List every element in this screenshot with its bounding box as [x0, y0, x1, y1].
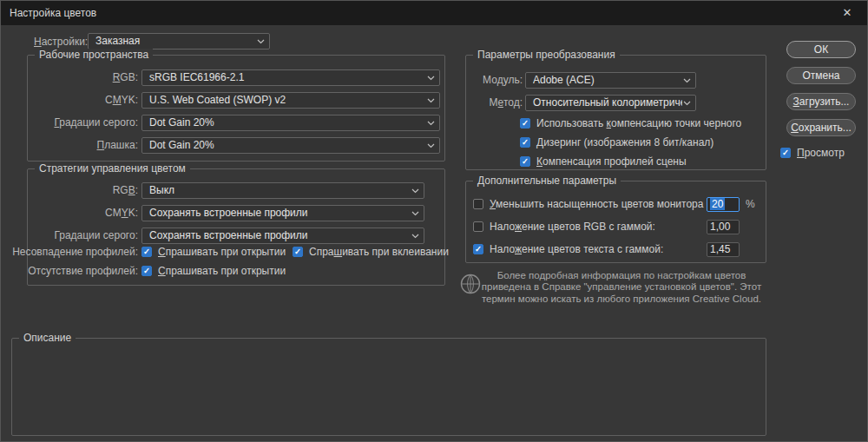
spot-working-space-select[interactable]: Dot Gain 20%: [141, 137, 440, 154]
profile-mismatch-ask-open-checkbox[interactable]: [141, 247, 152, 257]
scene-profiles-checkbox[interactable]: [520, 156, 530, 167]
engine-select[interactable]: Adobe (ACE): [525, 72, 696, 89]
ok-button[interactable]: ОК: [786, 41, 856, 58]
blend-rgb-gamma-checkbox[interactable]: [473, 221, 483, 232]
advanced-group: Дополнительные параметры Уменьшить насыщ…: [465, 181, 766, 263]
chevron-down-icon: [411, 188, 419, 194]
gray-policy-select[interactable]: Сохранять встроенные профили: [141, 228, 424, 244]
desaturate-monitor-value: 20: [710, 198, 725, 210]
description-group: Описание: [11, 338, 766, 436]
cmyk-policy-value: Сохранять встроенные профили: [149, 206, 411, 221]
missing-profile-ask-open-checkbox[interactable]: [141, 266, 152, 276]
chevron-down-icon: [257, 39, 265, 44]
gray-working-space-select[interactable]: Dot Gain 20%: [141, 115, 440, 131]
conversion-group: Параметры преобразования Модуль: Adobe (…: [465, 55, 766, 170]
preview-checkbox[interactable]: [780, 148, 791, 158]
working-spaces-group: Рабочие пространства RGB: sRGB IEC61966-…: [27, 55, 445, 162]
settings-preset-value: Заказная: [95, 34, 256, 49]
rgb-working-space-select[interactable]: sRGB IEC61966-2.1: [141, 69, 440, 86]
intent-value: Относительный колориметрический: [533, 96, 682, 110]
cmyk-working-space-value: U.S. Web Coated (SWOP) v2: [149, 93, 426, 108]
blend-text-gamma-label: Наложение цветов текста с гаммой:: [490, 243, 663, 255]
policies-title: Стратегии управления цветом: [35, 162, 190, 175]
cmyk-policy-label: CMYK:: [105, 205, 138, 221]
blend-rgb-gamma-value: 1,00: [710, 221, 730, 233]
dither-row: Дизеринг (изображения 8 бит/канал): [520, 136, 713, 148]
color-settings-dialog: Настройка цветов ✕ Настройки: Заказная Р…: [0, 0, 868, 442]
profile-mismatch-ask-open-label: Спрашивать при открытии: [158, 246, 286, 258]
engine-label: Модуль:: [483, 72, 523, 89]
chevron-down-icon: [411, 234, 419, 239]
chevron-down-icon: [427, 143, 435, 148]
policies-group: Стратегии управления цветом RGB: Выкл CM…: [27, 168, 445, 286]
black-point-compensation-label: Использовать компенсацию точки черного: [536, 117, 741, 129]
blend-text-gamma-row: Наложение цветов текста с гаммой:: [473, 243, 663, 255]
settings-preset-select[interactable]: Заказная: [88, 33, 270, 49]
spot-working-space-label: Плашка:: [97, 137, 138, 154]
chevron-down-icon: [683, 78, 691, 83]
spot-working-space-value: Dot Gain 20%: [149, 138, 426, 153]
rgb-working-space-value: sRGB IEC61966-2.1: [149, 70, 426, 85]
scene-profiles-label: Компенсация профилей сцены: [536, 155, 687, 168]
desaturate-monitor-checkbox[interactable]: [473, 199, 483, 209]
profile-mismatch-ask-open-row: Спрашивать при открытии: [141, 246, 286, 258]
blend-rgb-gamma-label: Наложение цветов RGB с гаммой:: [490, 221, 655, 233]
cmyk-working-space-select[interactable]: U.S. Web Coated (SWOP) v2: [141, 92, 440, 109]
close-icon[interactable]: ✕: [827, 1, 867, 25]
load-button[interactable]: Загрузить...: [786, 93, 856, 110]
profile-mismatch-label: Несовпадение профилей:: [12, 246, 138, 259]
engine-value: Adobe (ACE): [533, 73, 682, 88]
rgb-policy-select[interactable]: Выкл: [141, 182, 424, 199]
black-point-compensation-checkbox[interactable]: [520, 118, 530, 129]
scene-profiles-row: Компенсация профилей сцены: [520, 155, 687, 168]
blend-rgb-gamma-row: Наложение цветов RGB с гаммой:: [473, 221, 655, 233]
gray-working-space-label: Градации серого:: [54, 115, 138, 131]
info-text: Более подробная информация по настройкам…: [478, 270, 765, 305]
rgb-policy-value: Выкл: [149, 183, 411, 198]
rgb-policy-label: RGB:: [113, 182, 138, 199]
cancel-button[interactable]: Отмена: [786, 67, 856, 84]
dither-checkbox[interactable]: [520, 137, 530, 148]
black-point-compensation-row: Использовать компенсацию точки черного: [520, 117, 741, 129]
description-title: Описание: [19, 332, 76, 345]
chevron-down-icon: [427, 76, 435, 81]
gray-working-space-value: Dot Gain 20%: [149, 115, 426, 130]
rgb-working-space-label: RGB:: [113, 69, 138, 86]
missing-profile-label: Отсутствие профилей:: [28, 265, 138, 278]
cmyk-working-space-label: CMYK:: [105, 92, 138, 109]
blend-rgb-gamma-input[interactable]: 1,00: [707, 220, 740, 234]
dither-label: Дизеринг (изображения 8 бит/канал): [536, 136, 713, 148]
working-spaces-title: Рабочие пространства: [35, 49, 153, 62]
gray-policy-value: Сохранять встроенные профили: [149, 228, 411, 243]
advanced-title: Дополнительные параметры: [473, 175, 621, 188]
blend-text-gamma-value: 1,45: [710, 243, 730, 255]
window-title: Настройка цветов: [10, 1, 96, 25]
chevron-down-icon: [683, 101, 691, 106]
preview-label: Просмотр: [797, 147, 845, 159]
chevron-down-icon: [427, 98, 435, 103]
preview-row: Просмотр: [780, 147, 845, 159]
desaturate-monitor-input[interactable]: 20: [707, 197, 740, 212]
titlebar: Настройка цветов ✕: [1, 1, 867, 25]
cmyk-policy-select[interactable]: Сохранять встроенные профили: [141, 205, 424, 221]
missing-profile-ask-open-label: Спрашивать при открытии: [158, 265, 286, 277]
profile-mismatch-ask-paste-row: Спрашивать при вклеивании: [293, 246, 449, 258]
conversion-title: Параметры преобразования: [473, 49, 620, 62]
chevron-down-icon: [411, 211, 419, 216]
blend-text-gamma-checkbox[interactable]: [473, 244, 483, 254]
blend-text-gamma-input[interactable]: 1,45: [707, 242, 740, 257]
intent-select[interactable]: Относительный колориметрический: [525, 95, 696, 111]
profile-mismatch-ask-paste-checkbox[interactable]: [293, 247, 303, 257]
save-button[interactable]: Сохранить...: [786, 119, 856, 136]
profile-mismatch-ask-paste-label: Спрашивать при вклеивании: [309, 246, 449, 258]
chevron-down-icon: [427, 121, 435, 126]
missing-profile-ask-open-row: Спрашивать при открытии: [141, 265, 286, 277]
desaturate-monitor-label: Уменьшить насыщенность цветов монитора н…: [490, 198, 720, 210]
gray-policy-label: Градации серого:: [54, 228, 138, 244]
desaturate-monitor-row: Уменьшить насыщенность цветов монитора н…: [473, 198, 720, 210]
intent-label: Метод:: [489, 95, 523, 111]
desaturate-monitor-suffix: %: [746, 198, 755, 211]
